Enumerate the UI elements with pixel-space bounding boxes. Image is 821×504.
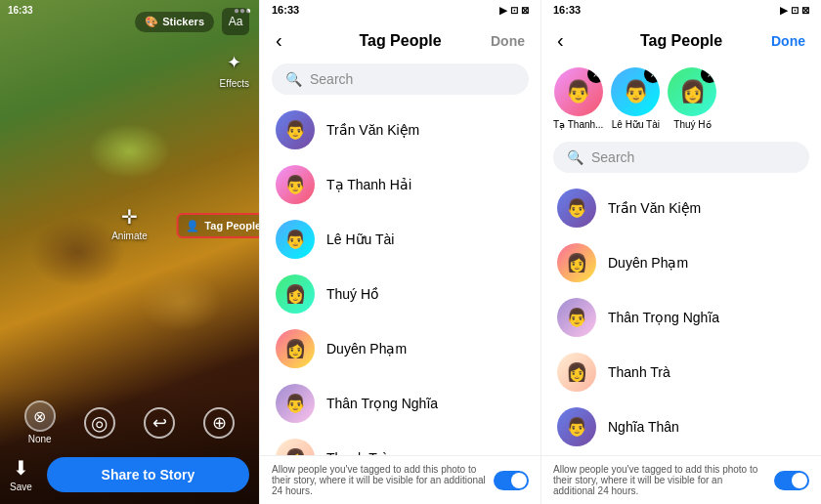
tag-header-1: ‹ Tag People Done [260,18,540,60]
contact-p2-name-1: Trần Văn Kiệm [608,200,701,216]
allow-banner-2: Allow people you've tagged to add this p… [541,455,821,504]
stickers-button[interactable]: 🎨 Stickers [135,12,214,32]
selected-tags-row: 👨 × Tạ Thanh... 👨 × Lê Hữu Tài 👩 × Thuý … [541,60,821,138]
contact-item-p2-4[interactable]: 👩 Thanh Trà [541,345,821,399]
contact-item-4[interactable]: 👩 Thuý Hồ [260,267,540,321]
avatar-p2-3: 👨 [557,298,596,337]
allow-text-1: Allow people you've tagged to add this p… [272,464,486,496]
search-bar-2[interactable]: 🔍 Search [553,142,809,173]
allow-text-2: Allow people you've tagged to add this p… [553,464,766,496]
panel2-time: 16:33 [272,4,299,16]
effects-icon: ✦ [221,49,248,76]
selected-avatar-1: 👨 × [554,67,603,116]
selected-avatar-2: 👨 × [611,67,660,116]
record-button[interactable]: ◎ [84,407,115,439]
done-button-1[interactable]: Done [491,33,525,49]
contact-item-p2-1[interactable]: 👨 Trần Văn Kiệm [541,181,821,235]
tag-people-highlight[interactable]: 👤 Tag People 👥 [176,213,259,238]
contact-item-1[interactable]: 👨 Trần Văn Kiệm [260,103,540,157]
tag-title-2: Tag People [640,32,722,50]
tag-title-1: Tag People [359,32,441,50]
search-input-2[interactable]: Search [591,149,634,165]
avatar-p2-1: 👨 [557,189,596,228]
avatar-2: 👨 [276,165,315,204]
selected-tag-1: 👨 × Tạ Thanh... [553,67,603,130]
zoom-button[interactable]: ⊕ [203,407,235,439]
bottom-actions: ⬇ Save Share to Story [10,456,249,492]
none-icon: ⊗ [24,400,56,432]
search-icon-2: 🔍 [567,149,583,165]
avatar-6: 👨 [276,384,315,423]
save-button[interactable]: ⬇ Save [10,456,32,492]
contact-name-5: Duyên Phạm [326,341,407,357]
back-arrow-2[interactable]: ‹ [557,29,564,52]
story-editor-panel: 16:33 ●●● 🎨 Stickers Aa ✦ Effects 👤 Tag … [0,0,259,504]
done-button-2[interactable]: Done [771,33,805,49]
allow-toggle-1[interactable] [494,471,529,490]
contact-item-6[interactable]: 👨 Thân Trọng Nghĩa [260,376,540,431]
contact-list-1: 👨 Trần Văn Kiệm 👨 Tạ Thanh Hải 👨 Lê Hữu … [260,103,540,455]
contact-name-1: Trần Văn Kiệm [326,122,419,138]
selected-avatar-3: 👩 × [668,67,716,116]
contact-p2-name-3: Thân Trọng Nghĩa [608,310,719,325]
aa-button[interactable]: Aa [222,8,249,35]
story-top-bar: 🎨 Stickers Aa [0,8,259,35]
save-label: Save [10,482,32,492]
avatar-1: 👨 [276,110,315,149]
panel3-icons: ▶ ⊡ ⊠ [780,5,809,16]
story-bottom: ⊗ None ◎ ↩ ⊕ ⬇ Save Share to Story [0,389,259,504]
share-story-label: Share to Story [102,467,195,483]
contact-name-2: Tạ Thanh Hải [326,177,411,192]
side-tools: ✦ Effects 👤 Tag People 👥 [220,49,249,89]
search-bar-1[interactable]: 🔍 Search [272,63,529,95]
animate-tool[interactable]: ✛ Animate [111,205,148,241]
tag-header-2: ‹ Tag People Done [541,18,821,60]
bottom-tools-row: ⊗ None ◎ ↩ ⊕ [10,400,249,444]
tag-people-label: Tag People [204,220,259,231]
allow-toggle-2[interactable] [774,471,809,490]
contact-item-p2-3[interactable]: 👨 Thân Trọng Nghĩa [541,290,821,345]
contact-item-7[interactable]: 👩 Thanh Trà [260,431,540,455]
selected-tag-name-3: Thuý Hồ [673,119,711,130]
contact-name-3: Lê Hữu Tài [326,231,394,247]
contact-item-5[interactable]: 👩 Duyên Phạm [260,321,540,376]
panel2-icons: ▶ ⊡ ⊠ [499,5,529,16]
contact-item-p2-5[interactable]: 👨 Nghĩa Thân [541,399,821,454]
search-input-1[interactable]: Search [310,71,353,87]
panel3-time: 16:33 [553,4,581,16]
effects-label: Effects [220,78,249,89]
remove-tag-2[interactable]: × [644,67,660,83]
contact-name-6: Thân Trọng Nghĩa [326,396,438,411]
effects-tool[interactable]: ✦ Effects [220,49,249,89]
animate-label: Animate [111,231,148,241]
contact-item-p2-2[interactable]: 👩 Duyên Phạm [541,235,821,290]
selected-tag-name-2: Lê Hữu Tài [612,119,660,130]
undo-button[interactable]: ↩ [144,407,175,439]
back-arrow-1[interactable]: ‹ [276,29,282,52]
contact-item-2[interactable]: 👨 Tạ Thanh Hải [260,157,540,212]
none-tool[interactable]: ⊗ None [24,400,56,444]
remove-tag-3[interactable]: × [701,67,716,83]
tag-people-icon: 👤 [186,220,199,232]
contact-item-3[interactable]: 👨 Lê Hữu Tài [260,212,540,267]
avatar-p2-2: 👩 [557,243,596,282]
avatar-3: 👨 [276,220,315,259]
avatar-p2-5: 👨 [557,407,596,446]
contact-list-2: 👨 Trần Văn Kiệm 👩 Duyên Phạm 👨 Thân Trọn… [541,181,821,455]
tag-people-panel-selected: 16:33 ▶ ⊡ ⊠ ‹ Tag People Done 👨 × Tạ Tha… [540,0,821,504]
remove-tag-1[interactable]: × [587,67,603,83]
selected-tag-2: 👨 × Lê Hữu Tài [611,67,660,130]
avatar-4: 👩 [276,274,315,314]
avatar-p2-4: 👩 [557,353,596,392]
selected-tag-name-1: Tạ Thanh... [553,119,603,130]
stickers-label: Stickers [162,16,204,27]
allow-banner-1: Allow people you've tagged to add this p… [260,455,540,504]
stickers-icon: 🎨 [145,16,158,28]
none-label: None [28,434,52,444]
save-icon: ⬇ [13,456,29,480]
avatar-7: 👩 [276,439,315,455]
share-story-button[interactable]: Share to Story [47,457,249,492]
tag-people-panel-empty: 16:33 ▶ ⊡ ⊠ ‹ Tag People Done 🔍 Search 👨… [259,0,540,504]
selected-tag-3: 👩 × Thuý Hồ [668,67,716,130]
contact-p2-name-4: Thanh Trà [608,364,670,380]
